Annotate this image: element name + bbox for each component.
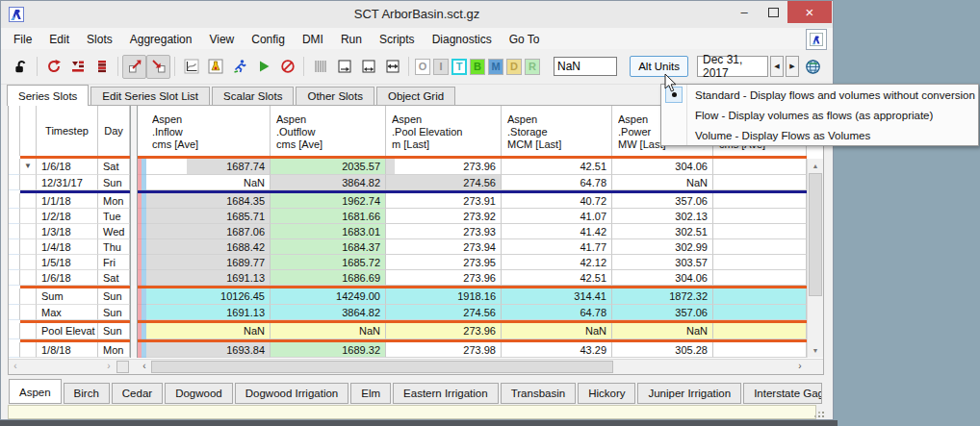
column-header[interactable]: Aspen.StorageMCM [Last] (502, 106, 612, 156)
day-cell[interactable]: Sun (98, 305, 130, 320)
value-cell[interactable]: 1691.13 (146, 305, 271, 320)
letter-button-r[interactable]: R (525, 59, 540, 75)
value-cell[interactable]: 273.91 (386, 193, 502, 209)
letter-button-m[interactable]: M (488, 59, 503, 75)
timestep-cell[interactable]: Pool Elevat (37, 323, 98, 339)
value-cell[interactable]: NaN (612, 175, 713, 190)
value-cell[interactable]: 1685.72 (271, 255, 386, 270)
value-cell[interactable]: 273.95 (386, 255, 502, 270)
minimize-button[interactable]: – (730, 1, 759, 23)
tab-edit-series-slot-list[interactable]: Edit Series Slot List (90, 87, 210, 106)
value-cell[interactable]: 304.06 (612, 159, 713, 175)
object-tab-transbasin[interactable]: Transbasin (501, 383, 576, 404)
value-cell[interactable]: 273.94 (386, 239, 502, 255)
value-cell[interactable]: 41.77 (502, 239, 612, 255)
stacked-bars-icon[interactable] (90, 55, 114, 79)
aggregation-rows-icon[interactable] (65, 55, 90, 79)
tab-other-slots[interactable]: Other Slots (296, 87, 374, 106)
object-tab-dogwood-irrigation[interactable]: Dogwood Irrigation (235, 383, 349, 404)
value-cell[interactable] (713, 193, 807, 209)
value-cell[interactable]: 41.07 (502, 209, 612, 224)
unit-menu-item-flow[interactable]: Flow - Display volumes as flows (as appr… (661, 105, 978, 125)
object-tab-elm[interactable]: Elm (350, 383, 391, 404)
pane-splitter[interactable] (130, 106, 138, 156)
fit-columns-icon[interactable] (356, 55, 380, 79)
value-cell[interactable]: NaN (612, 323, 713, 339)
value-cell[interactable]: 1687.74 (146, 159, 271, 175)
day-cell[interactable]: Sat (98, 270, 130, 286)
object-tab-eastern-irrigation[interactable]: Eastern Irrigation (393, 383, 499, 404)
value-cell[interactable]: 304.06 (612, 270, 713, 286)
unit-menu-item-volume[interactable]: Volume - Display Flows as Volumes (661, 125, 978, 145)
object-tab-cedar[interactable]: Cedar (112, 383, 163, 404)
letter-button-o[interactable]: O (415, 59, 430, 75)
value-cell[interactable]: 1689.32 (271, 342, 386, 358)
vertical-scrollbar-thumb[interactable] (809, 173, 822, 296)
value-cell[interactable]: 1872.32 (612, 288, 713, 305)
value-cell[interactable] (713, 159, 807, 175)
maximize-button[interactable] (759, 1, 787, 23)
value-cell[interactable]: 64.78 (502, 305, 612, 320)
menu-file[interactable]: File (5, 31, 40, 48)
value-cell[interactable] (713, 209, 807, 224)
object-tab-interstate-gage[interactable]: Interstate Gage (743, 383, 822, 404)
value-cell[interactable]: 10126.45 (146, 288, 271, 305)
menu-view[interactable]: View (200, 31, 243, 48)
timestep-cell[interactable]: 1/5/18 (37, 255, 98, 270)
timestep-cell[interactable]: Max (37, 305, 98, 320)
value-cell[interactable] (713, 175, 807, 190)
no-run-icon[interactable] (275, 55, 299, 79)
value-cell[interactable]: 41.42 (502, 224, 612, 239)
globe-icon[interactable] (801, 55, 825, 79)
value-cell[interactable]: 1693.84 (146, 342, 271, 358)
menu-aggregation[interactable]: Aggregation (121, 31, 201, 48)
object-tab-birch[interactable]: Birch (64, 383, 110, 404)
letter-button-i[interactable]: I (433, 59, 449, 75)
menu-config[interactable]: Config (243, 31, 294, 48)
play-icon[interactable] (251, 55, 275, 79)
letter-button-t[interactable]: T (451, 59, 467, 75)
value-cell[interactable]: 357.06 (612, 305, 713, 320)
day-cell[interactable]: Sun (98, 288, 130, 305)
value-cell[interactable]: 1962.74 (271, 193, 386, 209)
value-cell[interactable]: 14249.00 (271, 288, 386, 305)
value-cell[interactable]: 3864.82 (271, 305, 386, 320)
letter-button-b[interactable]: B (470, 59, 485, 75)
menu-diagnostics[interactable]: Diagnostics (424, 31, 501, 48)
value-cell[interactable]: 1687.06 (146, 224, 271, 239)
value-cell[interactable]: 303.57 (612, 255, 713, 270)
value-cell[interactable] (713, 342, 807, 358)
menu-slots[interactable]: Slots (78, 31, 121, 48)
value-cell[interactable]: NaN (146, 323, 271, 339)
day-cell[interactable]: Mon (98, 193, 130, 209)
day-cell[interactable]: Sun (98, 175, 130, 190)
day-cell[interactable]: Tue (98, 209, 130, 224)
data-pane-scrollbar[interactable]: ‹ › (138, 360, 807, 374)
riverware-mini-button[interactable] (806, 29, 827, 50)
close-button[interactable]: × (787, 1, 832, 23)
menu-run[interactable]: Run (332, 31, 371, 48)
value-cell[interactable]: 273.96 (386, 270, 502, 286)
object-tab-hickory[interactable]: Hickory (578, 383, 635, 404)
value-cell[interactable]: 3864.82 (271, 175, 386, 190)
timestep-cell[interactable]: 1/3/18 (37, 224, 98, 239)
value-cell[interactable]: 1688.42 (146, 239, 271, 255)
lock-icon[interactable] (9, 55, 33, 79)
circular-arrows-icon[interactable] (41, 55, 65, 79)
running-man-icon[interactable] (227, 55, 251, 79)
resize-grip[interactable] (822, 415, 824, 417)
value-cell[interactable]: 42.51 (502, 159, 612, 175)
value-cell[interactable]: 357.06 (612, 193, 713, 209)
timestep-cell[interactable]: 1/6/18 (37, 159, 98, 175)
value-cell[interactable]: 314.41 (502, 288, 612, 305)
day-cell[interactable]: Fri (98, 255, 130, 270)
column-header[interactable]: Aspen.Pool Elevationm [Last] (386, 106, 502, 156)
horizontal-scrollbar-thumb[interactable] (151, 361, 613, 373)
scroll-up-icon[interactable]: ▲ (808, 159, 823, 173)
column-header[interactable]: Aspen.Outflowcms [Ave] (271, 106, 386, 156)
value-cell[interactable]: 302.99 (612, 239, 713, 255)
value-cell[interactable]: NaN (146, 175, 271, 190)
value-cell[interactable]: 64.78 (502, 175, 612, 190)
tab-series-slots[interactable]: Series Slots (7, 85, 89, 106)
value-cell[interactable]: 302.13 (612, 209, 713, 224)
